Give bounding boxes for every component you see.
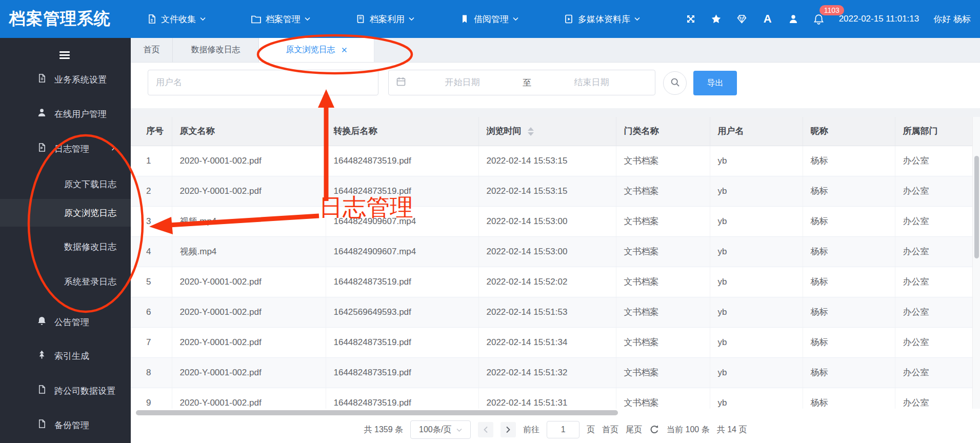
column-header-seq: 序号 [131, 117, 172, 146]
cell-nickname: 杨标 [803, 236, 895, 267]
cell-username: yb [710, 176, 803, 206]
cell-original-name: 2020-Y-0001-002.pdf [172, 146, 326, 176]
sidebar-item-announcement[interactable]: 公告管理 [0, 309, 131, 335]
sidebar-item-original-view-log[interactable]: 原文浏览日志 [0, 199, 131, 227]
cell-username: yb [710, 206, 803, 236]
sidebar-item-data-modify-log[interactable]: 数据修改日志 [0, 233, 131, 260]
cell-original-name: 视频.mp4 [172, 236, 326, 267]
table-header-row: 序号 原文名称 转换后名称 浏览时间 门类名称 用户名 昵称 所属部门 [131, 117, 972, 146]
column-header-view-time[interactable]: 浏览时间 [478, 117, 616, 146]
next-page-button[interactable] [501, 422, 516, 437]
sidebar-item-business-settings[interactable]: 业务系统设置 [0, 67, 131, 92]
cell-view-time: 2022-02-14 15:51:34 [478, 327, 616, 357]
cell-nickname: 杨标 [803, 357, 895, 388]
table-row: 1 2020-Y-0001-002.pdf 1644824873519.pdf … [131, 146, 972, 176]
chevron-down-icon [200, 17, 206, 21]
filter-toolbar: 至 导出 [131, 63, 980, 108]
cell-category: 文书档案 [616, 236, 710, 267]
cell-category: 文书档案 [616, 206, 710, 236]
sort-carets-icon[interactable] [528, 127, 534, 136]
cell-original-name: 2020-Y-0001-002.pdf [172, 176, 326, 206]
cell-converted-name: 1644824909607.mp4 [326, 236, 478, 267]
vertical-scrollbar-thumb[interactable] [974, 156, 979, 258]
sidebar-item-system-login-log[interactable]: 系统登录日志 [0, 268, 131, 295]
nav-item-borrow-manage[interactable]: 借阅管理 [459, 13, 518, 25]
user-icon[interactable] [788, 13, 799, 25]
sidebar-item-index-generate[interactable]: 索引生成 [0, 343, 131, 369]
header-right-cluster: A 1103 2022-02-15 11:01:13 你好 杨标 [685, 13, 971, 25]
nav-item-file-collect[interactable]: 文件收集 [147, 13, 206, 25]
cell-department: 办公室 [895, 357, 972, 388]
column-header-converted-name: 转换后名称 [326, 117, 478, 146]
cell-department: 办公室 [895, 297, 972, 327]
cell-nickname: 杨标 [803, 176, 895, 206]
cell-category: 文书档案 [616, 146, 710, 176]
cell-converted-name: 1644824873519.pdf [326, 327, 478, 357]
close-icon[interactable] [342, 47, 347, 53]
column-header-username: 用户名 [710, 117, 803, 146]
tab-home[interactable]: 首页 [131, 38, 173, 62]
username-input[interactable] [148, 70, 378, 95]
chevron-down-icon [305, 17, 310, 21]
cell-nickname: 杨标 [803, 146, 895, 176]
table-body: 1 2020-Y-0001-002.pdf 1644824873519.pdf … [131, 146, 972, 409]
cell-category: 文书档案 [616, 297, 710, 327]
end-date-input[interactable] [535, 77, 648, 88]
nav-item-media-library[interactable]: 多媒体资料库 [564, 13, 640, 25]
cell-view-time: 2022-02-14 15:51:53 [478, 297, 616, 327]
cell-category: 文书档案 [616, 357, 710, 388]
nav-item-archive-manage[interactable]: 档案管理 [251, 13, 310, 25]
bell-icon[interactable]: 1103 [813, 13, 825, 25]
table-row: 9 2020-Y-0001-002.pdf 1644824873519.pdf … [131, 388, 972, 409]
sidebar-item-cross-company-data[interactable]: 跨公司数据设置 [0, 378, 131, 404]
cell-nickname: 杨标 [803, 327, 895, 357]
sidebar-item-log-manage[interactable]: 日志管理 [0, 136, 131, 162]
cell-seq: 2 [131, 176, 172, 206]
horizontal-scrollbar-thumb[interactable] [136, 410, 618, 415]
page-size-select[interactable]: 100条/页 [410, 420, 471, 439]
search-icon [670, 77, 680, 89]
page-unit-label: 页 [587, 425, 595, 435]
export-button[interactable]: 导出 [693, 71, 737, 95]
cell-seq: 7 [131, 327, 172, 357]
cell-view-time: 2022-02-14 15:52:02 [478, 267, 616, 297]
date-range-picker[interactable]: 至 [388, 70, 655, 95]
fullscreen-icon[interactable] [685, 13, 696, 25]
cell-view-time: 2022-02-14 15:51:31 [478, 388, 616, 409]
menu-collapse-icon[interactable] [59, 51, 70, 61]
cell-view-time: 2022-02-14 15:53:00 [478, 236, 616, 267]
cell-category: 文书档案 [616, 327, 710, 357]
sidebar-item-online-users[interactable]: 在线用户管理 [0, 101, 131, 127]
sidebar-item-original-download-log[interactable]: 原文下载日志 [0, 170, 131, 198]
gem-icon[interactable] [736, 13, 748, 25]
bell-filled-icon [37, 316, 47, 328]
first-page-link[interactable]: 首页 [602, 425, 618, 435]
nav-item-archive-use[interactable]: 档案利用 [355, 13, 414, 25]
cell-converted-name: 1644824909607.mp4 [326, 206, 478, 236]
refresh-icon[interactable] [649, 425, 659, 435]
page-number-input[interactable] [547, 421, 579, 438]
tab-data-modify-log[interactable]: 数据修改日志 [173, 38, 259, 62]
cell-converted-name: 1642569649593.pdf [326, 297, 478, 327]
log-table: 序号 原文名称 转换后名称 浏览时间 门类名称 用户名 昵称 所属部门 [131, 117, 972, 409]
font-size-icon[interactable]: A [762, 13, 773, 25]
tab-original-view-log[interactable]: 原文浏览日志 [259, 38, 374, 62]
cell-seq: 5 [131, 267, 172, 297]
sidebar-item-backup-manage[interactable]: 备份管理 [0, 412, 131, 438]
tab-bar: 首页 数据修改日志 原文浏览日志 [131, 38, 980, 63]
cell-category: 文书档案 [616, 267, 710, 297]
table-row: 7 2020-Y-0001-002.pdf 1644824873519.pdf … [131, 327, 972, 357]
vertical-scrollbar[interactable] [972, 117, 980, 409]
search-button[interactable] [663, 71, 687, 95]
cell-view-time: 2022-02-14 15:53:15 [478, 176, 616, 206]
start-date-input[interactable] [406, 77, 518, 88]
star-icon[interactable] [711, 13, 722, 25]
prev-page-button[interactable] [478, 422, 493, 437]
cell-department: 办公室 [895, 236, 972, 267]
top-navigation: 文件收集 档案管理 档案利用 借阅管理 多媒体资料库 [147, 13, 640, 25]
cell-view-time: 2022-02-14 15:53:00 [478, 206, 616, 236]
document-settings-icon [37, 73, 47, 86]
sidebar: 业务系统设置 在线用户管理 日志管理 原文下载日志 原文浏览日志 数据修改日志 … [0, 38, 131, 443]
last-page-link[interactable]: 尾页 [626, 425, 642, 435]
chevron-down-icon [513, 17, 518, 21]
